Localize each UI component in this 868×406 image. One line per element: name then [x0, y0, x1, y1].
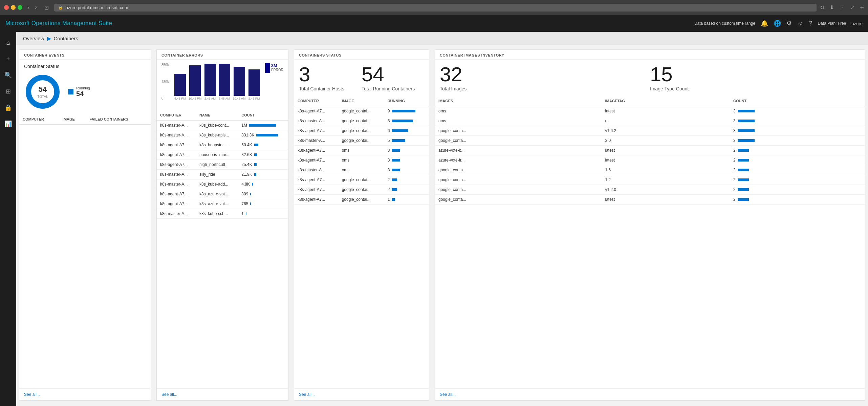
table-row[interactable]: k8s-agent-A7... high_northcutt 25.4K	[157, 160, 288, 170]
cell-tag: v1.6.2	[602, 126, 730, 136]
count-bar	[738, 110, 755, 112]
table-row[interactable]: k8s-master-A... k8s_kube-add... 4.8K	[157, 179, 288, 189]
table-row[interactable]: k8s-agent-A7... google_contai... 2	[294, 175, 429, 185]
cell-running: 5	[384, 136, 429, 146]
count-bar	[738, 139, 755, 142]
cell-running: 1	[384, 195, 429, 205]
table-row[interactable]: k8s-agent-A7... google_contai... 1	[294, 195, 429, 205]
table-row[interactable]: google_conta... latest 2	[435, 195, 865, 205]
col-computer: COMPUTER	[19, 114, 59, 124]
table-row[interactable]: google_conta... v1.2.0 2	[435, 185, 865, 195]
bar-cell: 6	[388, 128, 426, 133]
sidebar-item-lock[interactable]: 🔒	[1, 101, 15, 114]
image-type-count-stat[interactable]: 15 Image Type Count	[650, 64, 860, 91]
donut-sub: TOTAL	[37, 95, 48, 99]
running-bar	[392, 188, 397, 191]
count-bar	[738, 188, 749, 191]
settings-icon[interactable]: ⚙	[786, 20, 792, 27]
sidebar-toggle-button[interactable]: ⊡	[42, 4, 51, 12]
cell-computer: k8s-master-A...	[157, 130, 196, 140]
bar-cell: 2	[733, 168, 862, 172]
table-row[interactable]: k8s-master-A... google_contai... 8	[294, 116, 429, 126]
images-see-all[interactable]: See all...	[435, 388, 865, 400]
total-running-stat[interactable]: 54 Total Running Containers	[362, 64, 424, 91]
table-row[interactable]: k8s-agent-A7... oms 3	[294, 155, 429, 165]
table-row[interactable]: google_conta... 3.0 3	[435, 136, 865, 146]
table-row[interactable]: google_conta... 1.6 2	[435, 165, 865, 175]
images-big-stats: 32 Total Images 15 Image Type Count	[435, 60, 865, 96]
download-button[interactable]: ⬇	[828, 4, 836, 11]
table-row[interactable]: oms latest 3	[435, 106, 865, 116]
table-row[interactable]: k8s-master-A... silly_ride 21.9K	[157, 170, 288, 179]
count-bar	[738, 178, 749, 181]
table-row[interactable]: k8s-agent-A7... k8s_heapster-... 50.4K	[157, 140, 288, 150]
cell-image: google_contai...	[339, 185, 384, 195]
address-bar[interactable]: 🔒 azure.portal.mms.microsoft.com	[54, 4, 817, 12]
traffic-lights	[4, 5, 22, 10]
back-button[interactable]: ‹	[26, 4, 31, 11]
table-row[interactable]: k8s-master-A... k8s_kube-apis... 831.3K	[157, 130, 288, 140]
table-row[interactable]: k8s-master-A... k8s_kube-cont... 1M	[157, 120, 288, 130]
legend-label: ERROR	[271, 68, 283, 72]
bar-wrapper-2: 10:45 PM	[189, 65, 202, 100]
smile-icon[interactable]: ☺	[797, 20, 803, 27]
table-row[interactable]: k8s-master-A... k8s_kube-sch... 1	[157, 209, 288, 219]
table-row[interactable]: k8s-agent-A7... k8s_azure-vot... 809	[157, 189, 288, 199]
table-row[interactable]: k8s-agent-A7... google_contai... 2	[294, 185, 429, 195]
breadcrumb: Overview ▶ Containers	[16, 32, 868, 45]
status-table-body: k8s-agent-A7... google_contai... 9 k8s-m…	[294, 106, 429, 205]
refresh-icon[interactable]: ↻	[820, 4, 824, 11]
sidebar-item-add[interactable]: +	[1, 52, 15, 66]
cell-computer: k8s-agent-A7...	[294, 146, 339, 155]
table-row[interactable]: azure-vote-fr... latest 2	[435, 155, 865, 165]
table-row[interactable]: k8s-master-A... google_contai... 5	[294, 136, 429, 146]
containers-status-body: 3 Total Container Hosts 54 Total Running…	[294, 60, 429, 400]
user-label: azure	[851, 21, 863, 26]
new-tab-button[interactable]: +	[860, 4, 864, 12]
table-row[interactable]: azure-vote-b... latest 2	[435, 146, 865, 155]
globe-icon[interactable]: 🌐	[774, 20, 781, 27]
status-see-all[interactable]: See all...	[294, 388, 429, 400]
share-button[interactable]: ↑	[839, 4, 846, 11]
help-icon[interactable]: ?	[809, 20, 812, 27]
close-traffic-light[interactable]	[4, 5, 9, 10]
table-row[interactable]: k8s-agent-A7... k8s_azure-vot... 765	[157, 199, 288, 209]
bar-cell: 3	[388, 148, 426, 153]
fullscreen-button[interactable]: ⤢	[848, 4, 856, 11]
image-type-number: 15	[650, 64, 860, 85]
cell-image: oms	[435, 106, 602, 116]
errors-see-all[interactable]: See all...	[157, 388, 288, 400]
cell-count: 765	[238, 199, 288, 209]
cell-count: 4.8K	[238, 179, 288, 189]
cell-computer: k8s-agent-A7...	[294, 155, 339, 165]
running-bar	[392, 139, 405, 142]
maximize-traffic-light[interactable]	[18, 5, 22, 10]
table-row[interactable]: google_conta... 1.2 2	[435, 175, 865, 185]
events-see-all[interactable]: See all...	[19, 388, 151, 400]
cell-running: 6	[384, 126, 429, 136]
sidebar-item-home[interactable]: ⌂	[1, 36, 15, 49]
sidebar-item-search[interactable]: 🔍	[1, 68, 15, 82]
table-row[interactable]: oms rc 3	[435, 116, 865, 126]
table-row[interactable]: k8s-agent-A7... google_contai... 9	[294, 106, 429, 116]
bar-cell: 1	[241, 211, 285, 216]
container-events-header: CONTAINER EVENTS	[19, 50, 151, 60]
minimize-traffic-light[interactable]	[11, 5, 16, 10]
table-row[interactable]: k8s-master-A... oms 3	[294, 165, 429, 175]
sidebar-item-chart[interactable]: 📊	[1, 117, 15, 131]
table-row[interactable]: k8s-agent-A7... google_contai... 6	[294, 126, 429, 136]
breadcrumb-overview[interactable]: Overview	[23, 36, 44, 41]
table-row[interactable]: k8s-agent-A7... nauseous_mur... 32.6K	[157, 150, 288, 160]
table-row[interactable]: k8s-agent-A7... oms 3	[294, 146, 429, 155]
cell-name: k8s_kube-cont...	[196, 120, 238, 130]
sidebar-item-grid[interactable]: ⊞	[1, 85, 15, 98]
forward-button[interactable]: ›	[33, 4, 39, 11]
total-images-stat[interactable]: 32 Total Images	[440, 64, 650, 91]
cell-count: 3	[730, 136, 865, 146]
cell-image: oms	[339, 165, 384, 175]
data-range-label: Data based on custom time range	[694, 21, 755, 26]
total-hosts-stat[interactable]: 3 Total Container Hosts	[299, 64, 362, 91]
bell-icon[interactable]: 🔔	[761, 20, 768, 27]
bar-cell: 4.8K	[241, 182, 285, 187]
table-row[interactable]: google_conta... v1.6.2 3	[435, 126, 865, 136]
